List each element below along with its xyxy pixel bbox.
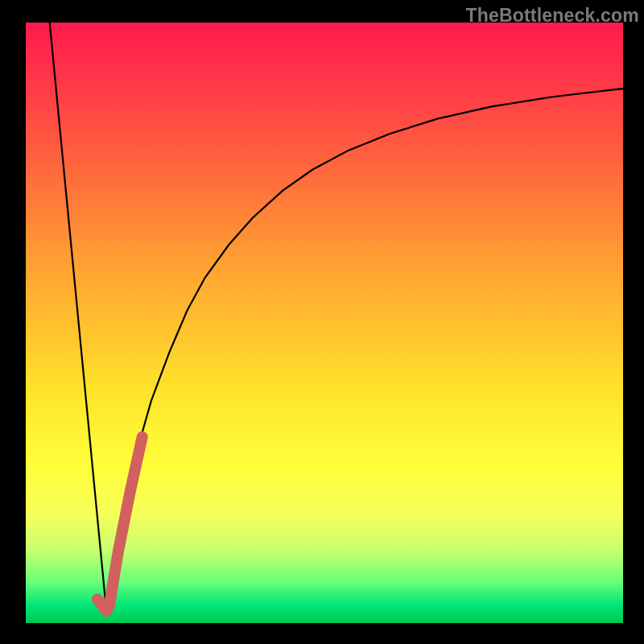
chart-frame: TheBottleneck.com bbox=[0, 0, 644, 644]
series-right-log-curve bbox=[106, 89, 623, 611]
chart-svg-layer bbox=[0, 0, 644, 644]
series-left-falling-segment bbox=[50, 23, 106, 611]
